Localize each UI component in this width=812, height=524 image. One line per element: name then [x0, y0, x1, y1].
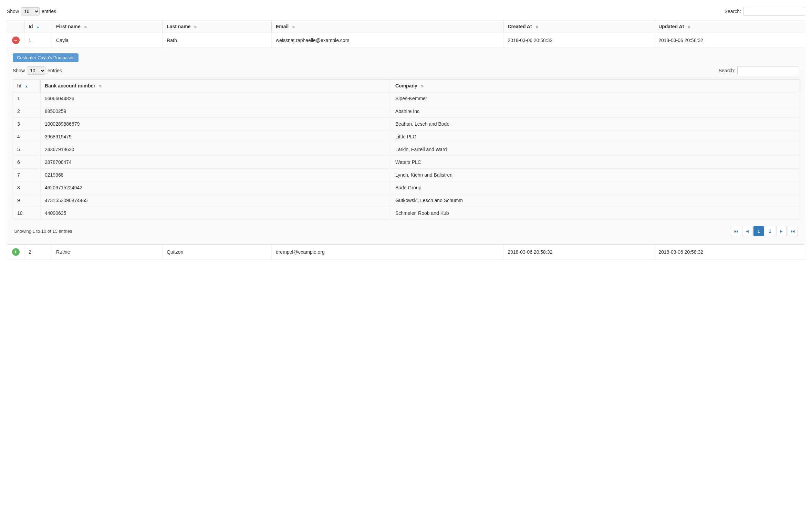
col-email[interactable]: Email ⇅ [271, 20, 503, 33]
sub-search-label: Search: [719, 68, 735, 73]
main-search-box: Search: [725, 7, 805, 16]
sub-cell-company: Bode Group [391, 181, 799, 194]
sub-entries-select[interactable]: 10 25 50 100 [27, 66, 45, 75]
sub-cell-company: Little PLC [391, 130, 799, 143]
sub-cell-company: Schmeler, Roob and Kub [391, 207, 799, 220]
expand-row-button[interactable]: + [12, 248, 20, 256]
page-2-button[interactable]: 2 [765, 226, 775, 236]
last-page-button[interactable]: ⏭ [788, 226, 798, 236]
list-item: 7 0219368 Lynch, Kiehn and Balistreri [13, 169, 799, 181]
sub-col-id[interactable]: Id ▲ [13, 80, 41, 92]
cell-email: drempel@example.org [271, 245, 503, 260]
col-last-name[interactable]: Last name ⇅ [163, 20, 272, 33]
sub-cell-id: 8 [13, 181, 41, 194]
updated-at-sort-icon: ⇅ [687, 25, 690, 29]
sub-show-label: Show [13, 68, 25, 73]
col-first-name[interactable]: First name ⇅ [52, 20, 163, 33]
pagination-buttons: ⏮ ◄ 1 2 ► ⏭ [731, 226, 798, 236]
main-table-controls: Show 10 25 50 100 entries Search: [7, 7, 805, 16]
collapse-row-button[interactable]: − [12, 36, 20, 44]
sub-cell-id: 5 [13, 143, 41, 156]
cell-first-name: Cayla [52, 33, 163, 48]
col-created-at[interactable]: Created At ⇅ [503, 20, 654, 33]
col-id[interactable]: Id ▲ [24, 20, 52, 33]
cell-created-at: 2018-03-06 20:58:32 [503, 33, 654, 48]
sub-cell-company: Sipes-Kemmer [391, 92, 799, 105]
cell-updated-at: 2018-03-06 20:58:32 [654, 33, 805, 48]
prev-page-button[interactable]: ◄ [742, 226, 752, 236]
id-sort-icon: ▲ [36, 25, 40, 29]
sub-entries-label: entries [48, 68, 62, 73]
cell-last-name: Quitzon [163, 245, 272, 260]
sub-bank-sort-icon: ⇅ [99, 84, 102, 88]
main-search-input[interactable] [743, 7, 805, 16]
sub-cell-bank: 24367918630 [41, 143, 391, 156]
sub-table-controls: Show 10 25 50 100 entries Search: [13, 66, 799, 75]
sub-search-input[interactable] [737, 66, 799, 75]
toggle-cell: − [7, 33, 24, 48]
sub-cell-bank: 56066044826 [41, 92, 391, 105]
sub-cell-company: Lynch, Kiehn and Balistreri [391, 169, 799, 181]
main-table-body: − 1 Cayla Rath weissnat.raphaelle@exampl… [7, 33, 805, 260]
col-toggle [7, 20, 24, 33]
entries-label: entries [42, 9, 56, 14]
cell-email: weissnat.raphaelle@example.com [271, 33, 503, 48]
entries-select[interactable]: 10 25 50 100 [21, 7, 40, 15]
sub-pagination: Showing 1 to 10 of 15 entries ⏮ ◄ 1 2 ► … [13, 223, 799, 239]
sub-search-box: Search: [719, 66, 799, 75]
list-item: 2 88500259 Abshire Inc [13, 105, 799, 118]
sub-table-body: 1 56066044826 Sipes-Kemmer 2 88500259 Ab… [13, 92, 799, 220]
table-row: + 2 Ruthie Quitzon drempel@example.org 2… [7, 245, 805, 260]
email-sort-icon: ⇅ [292, 25, 295, 29]
sub-show-entries: Show 10 25 50 100 entries [13, 66, 62, 75]
sub-cell-bank: 88500259 [41, 105, 391, 118]
first-page-button[interactable]: ⏮ [731, 226, 741, 236]
expanded-content: Customer Cayla's Purchases Show 10 25 50… [7, 48, 805, 244]
col-updated-at[interactable]: Updated At ⇅ [654, 20, 805, 33]
expanded-row: Customer Cayla's Purchases Show 10 25 50… [7, 48, 805, 245]
sub-cell-id: 3 [13, 118, 41, 130]
list-item: 8 46209715224642 Bode Group [13, 181, 799, 194]
next-page-button[interactable]: ► [776, 226, 787, 236]
sub-cell-company: Larkin, Farrell and Ward [391, 143, 799, 156]
list-item: 3 1000289886579 Beahan, Lesch and Bode [13, 118, 799, 130]
sub-id-sort-icon: ▲ [25, 84, 28, 88]
cell-updated-at: 2018-03-06 20:58:32 [654, 245, 805, 260]
last-name-sort-icon: ⇅ [194, 25, 197, 29]
sub-col-bank[interactable]: Bank account number ⇅ [41, 80, 391, 92]
list-item: 1 56066044826 Sipes-Kemmer [13, 92, 799, 105]
sub-cell-id: 9 [13, 194, 41, 207]
sub-cell-company: Waters PLC [391, 156, 799, 169]
sub-cell-id: 10 [13, 207, 41, 220]
list-item: 4 3968919479 Little PLC [13, 130, 799, 143]
cell-id: 2 [24, 245, 52, 260]
sub-cell-id: 4 [13, 130, 41, 143]
show-label: Show [7, 9, 19, 14]
sub-cell-bank: 3968919479 [41, 130, 391, 143]
cell-created-at: 2018-03-06 20:58:32 [503, 245, 654, 260]
sub-cell-id: 7 [13, 169, 41, 181]
sub-company-sort-icon: ⇅ [421, 84, 424, 88]
sub-cell-bank: 1000289886579 [41, 118, 391, 130]
toggle-cell: + [7, 245, 24, 260]
show-entries-control: Show 10 25 50 100 entries [7, 7, 56, 15]
page-1-button[interactable]: 1 [753, 226, 764, 236]
sub-cell-bank: 46209715224642 [41, 181, 391, 194]
sub-col-company[interactable]: Company ⇅ [391, 80, 799, 92]
sub-cell-bank: 4731553096874465 [41, 194, 391, 207]
cell-id: 1 [24, 33, 52, 48]
main-table: Id ▲ First name ⇅ Last name ⇅ Email ⇅ Cr… [7, 20, 805, 260]
sub-cell-id: 1 [13, 92, 41, 105]
sub-cell-bank: 44090635 [41, 207, 391, 220]
sub-table-header: Id ▲ Bank account number ⇅ Company ⇅ [13, 80, 799, 92]
list-item: 9 4731553096874465 Gutkowski, Lesch and … [13, 194, 799, 207]
sub-cell-bank: 2878708474 [41, 156, 391, 169]
sub-cell-bank: 0219368 [41, 169, 391, 181]
sub-cell-id: 6 [13, 156, 41, 169]
sub-cell-id: 2 [13, 105, 41, 118]
sub-table-label: Customer Cayla's Purchases [13, 53, 79, 62]
main-table-header: Id ▲ First name ⇅ Last name ⇅ Email ⇅ Cr… [7, 20, 805, 33]
first-name-sort-icon: ⇅ [84, 25, 87, 29]
created-at-sort-icon: ⇅ [535, 25, 538, 29]
sub-cell-company: Beahan, Lesch and Bode [391, 118, 799, 130]
